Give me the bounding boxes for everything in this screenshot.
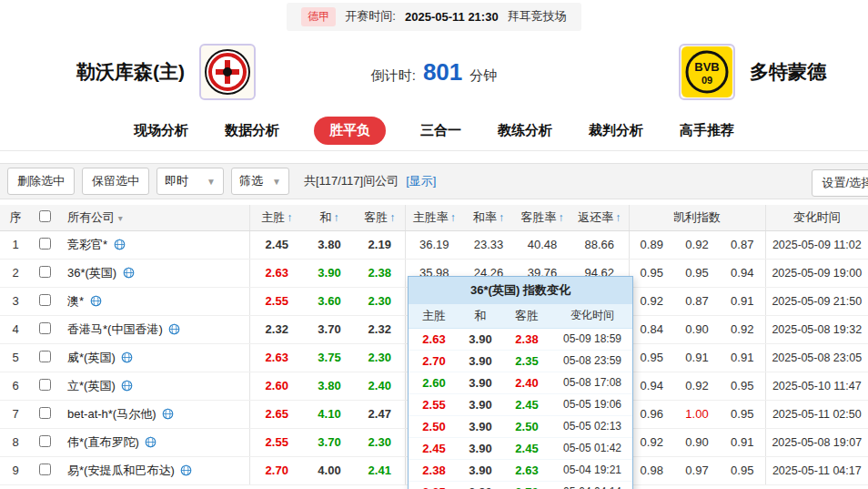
rate-value: 88.66 (570, 230, 629, 259)
row-index: 9 (0, 456, 31, 484)
filter-dropdown[interactable]: 筛选 ▼ (231, 168, 289, 195)
keep-selected-button[interactable]: 保留选中 (82, 168, 149, 195)
odds-value: 3.90 (304, 259, 355, 287)
col-header-change-time: 变化时间 (765, 205, 868, 230)
company-count-text: 共[117/117]间公司 (304, 173, 399, 189)
row-index: 6 (0, 372, 31, 400)
kelly-value: 0.95 (674, 259, 720, 287)
odds-value: 2.30 (355, 287, 405, 315)
delete-selected-button[interactable]: 删除选中 (7, 168, 75, 195)
company-name[interactable]: 立*(英国) (58, 372, 249, 400)
kelly-value: 0.89 (629, 230, 674, 259)
odds-value: 4.00 (304, 456, 355, 484)
popup-draw-odds: 3.90 (459, 376, 501, 390)
time-dropdown[interactable]: 即时 ▼ (156, 168, 224, 195)
tab-win-draw-loss[interactable]: 胜平负 (314, 117, 386, 145)
odds-value: 3.75 (304, 343, 355, 372)
globe-icon (121, 351, 133, 363)
col-header-home-rate[interactable]: 主胜率↑ (405, 205, 463, 230)
company-name[interactable]: bet-at-h*(马尔他) (58, 400, 249, 428)
row-checkbox[interactable] (39, 294, 51, 306)
col-header-company[interactable]: 所有公司 ▾ (58, 205, 249, 230)
sort-up-icon[interactable]: ↑ (287, 211, 292, 224)
sort-up-icon[interactable]: ↑ (559, 211, 564, 224)
index-change-popup: 36*(英国) 指数变化 主胜和客胜变化时间 2.633.902.3805-09… (408, 276, 633, 489)
popup-change-time: 05-08 23:59 (552, 354, 632, 368)
company-name[interactable]: 易*(安提瓜和巴布达) (58, 456, 249, 484)
popup-home-odds: 2.50 (409, 420, 459, 433)
odds-value: 2.32 (249, 315, 304, 343)
odds-value: 2.55 (249, 287, 304, 315)
company-name[interactable]: 香港马*(中国香港) (58, 315, 249, 343)
col-header-return-rate[interactable]: 返还率↑ (570, 205, 629, 230)
kelly-value: 0.87 (674, 287, 720, 315)
popup-row: 2.353.902.7005-04 04:14 (409, 482, 632, 489)
popup-change-time: 05-08 17:08 (552, 376, 632, 390)
odds-value: 4.10 (304, 400, 355, 428)
sort-up-icon[interactable]: ↑ (499, 211, 504, 224)
globe-icon (180, 464, 192, 476)
kelly-value: 0.92 (629, 428, 674, 456)
change-time: 2025-05-11 02:50 (765, 400, 868, 428)
sort-up-icon[interactable]: ↑ (389, 211, 395, 224)
settings-select-button[interactable]: 设置/选择 (812, 169, 868, 197)
tab-live-analysis[interactable]: 现场分析 (132, 117, 190, 145)
tab-referee-analysis[interactable]: 裁判分析 (587, 117, 645, 145)
company-name[interactable]: 竞彩官* (58, 230, 249, 259)
select-all-checkbox[interactable] (39, 210, 51, 222)
popup-draw-odds: 3.90 (459, 464, 501, 477)
row-checkbox[interactable] (39, 435, 51, 447)
tab-expert-picks[interactable]: 高手推荐 (678, 117, 736, 145)
teams-header: 勒沃库森(主) 倒计时: 801 分钟 BVB 09 多特蒙德 (0, 33, 868, 111)
col-header-home[interactable]: 主胜↑ (249, 205, 304, 230)
tab-three-in-one[interactable]: 三合一 (419, 117, 463, 145)
company-name[interactable]: 36*(英国) (58, 259, 249, 287)
globe-icon (162, 408, 174, 420)
kelly-value: 0.84 (629, 315, 674, 343)
popup-change-time: 05-05 02:13 (552, 420, 632, 433)
odds-value: 2.30 (355, 343, 405, 372)
row-checkbox[interactable] (39, 464, 51, 475)
company-name[interactable]: 伟*(直布罗陀) (58, 428, 249, 456)
popup-home-odds: 2.55 (409, 398, 459, 412)
odds-table-wrap: 序 所有公司 ▾ 主胜↑ 和↑ 客胜↑ 主胜率↑ 和率↑ 客胜率↑ 返还率↑ 凯… (0, 205, 868, 485)
row-checkbox[interactable] (39, 238, 51, 250)
sort-up-icon[interactable]: ↑ (334, 211, 339, 224)
tab-data-analysis[interactable]: 数据分析 (223, 117, 281, 145)
odds-value: 3.60 (304, 287, 355, 315)
table-row[interactable]: 1竞彩官* 2.453.802.1936.1923.3340.4888.660.… (0, 230, 868, 259)
odds-value: 2.19 (355, 230, 405, 259)
kelly-value: 0.92 (674, 372, 720, 400)
row-checkbox[interactable] (39, 322, 51, 334)
away-team-name: 多特蒙德 (750, 59, 826, 85)
col-header-away-rate[interactable]: 客胜率↑ (514, 205, 570, 230)
league-badge: 德甲 (301, 7, 336, 26)
odds-value: 2.38 (355, 259, 405, 287)
sort-up-icon[interactable]: ↑ (450, 211, 456, 224)
odds-value: 3.70 (304, 428, 355, 456)
rate-value: 40.48 (514, 230, 570, 259)
show-link[interactable]: [显示] (406, 173, 436, 189)
kelly-value: 0.97 (674, 456, 720, 484)
col-header-draw[interactable]: 和↑ (304, 205, 355, 230)
col-header-draw-rate[interactable]: 和率↑ (463, 205, 514, 230)
odds-value: 2.41 (355, 456, 405, 484)
odds-value: 2.55 (249, 428, 304, 456)
odds-value: 2.30 (355, 428, 405, 456)
tab-coach-analysis[interactable]: 教练分析 (496, 117, 554, 145)
kelly-value: 0.90 (674, 315, 720, 343)
sort-up-icon[interactable]: ↑ (615, 211, 621, 224)
company-name[interactable]: 威*(英国) (58, 343, 249, 372)
globe-icon (168, 323, 180, 335)
row-checkbox[interactable] (39, 351, 51, 362)
row-checkbox[interactable] (39, 407, 51, 419)
odds-value: 3.80 (304, 372, 355, 400)
col-header-away[interactable]: 客胜↑ (355, 205, 405, 230)
company-name[interactable]: 澳* (58, 287, 249, 315)
change-time: 2025-05-09 21:50 (765, 287, 868, 315)
row-checkbox[interactable] (39, 266, 51, 278)
popup-row: 2.553.902.4505-05 19:06 (409, 394, 632, 416)
row-checkbox[interactable] (39, 379, 51, 391)
globe-icon (121, 380, 133, 392)
row-index: 1 (0, 230, 31, 259)
